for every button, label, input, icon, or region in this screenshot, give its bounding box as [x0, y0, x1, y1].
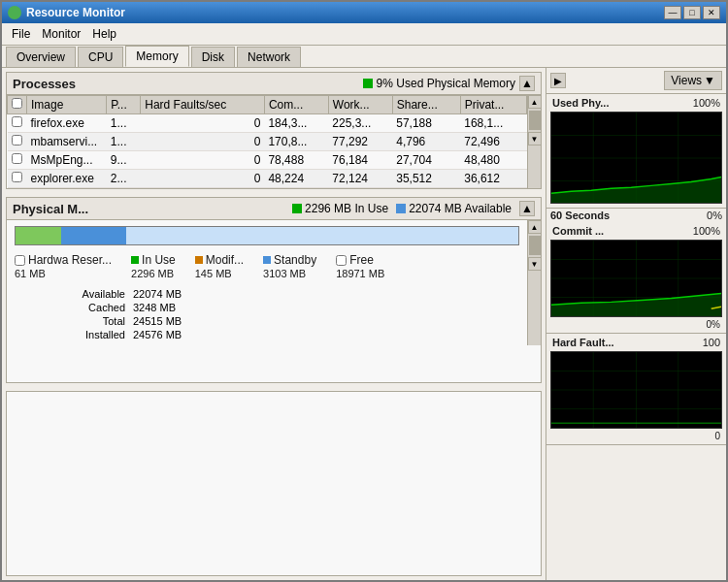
scroll-down-arrow[interactable]: ▼: [528, 132, 542, 146]
processes-wrapper: Image P... Hard Faults/sec Com... Work..…: [7, 95, 541, 188]
col-private[interactable]: Privat...: [460, 96, 526, 114]
row-image: explorer.exe: [27, 170, 107, 188]
tab-memory[interactable]: Memory: [125, 46, 188, 67]
minimize-button[interactable]: —: [664, 6, 681, 19]
window-controls: — □ ✕: [664, 6, 720, 19]
tab-bar: Overview CPU Memory Disk Network: [2, 46, 726, 68]
bottom-empty-section: [6, 391, 542, 577]
row-checkbox[interactable]: [12, 135, 22, 146]
processes-table: Image P... Hard Faults/sec Com... Work..…: [7, 95, 527, 188]
hardware-checkbox[interactable]: [15, 255, 25, 266]
views-button[interactable]: Views ▼: [664, 71, 722, 90]
row-checkbox[interactable]: [12, 172, 22, 182]
in-use-badge: 2296 MB In Use: [292, 202, 388, 215]
physical-memory-section: Physical M... 2296 MB In Use 22074 MB Av…: [6, 197, 542, 383]
standby-value: 3103 MB: [263, 268, 316, 279]
hard-fault-value: 100: [703, 337, 720, 348]
col-working[interactable]: Work...: [328, 96, 392, 114]
row-commit: 48,224: [264, 170, 328, 188]
table-row[interactable]: MsMpEng... 9... 0 78,488 76,184 27,704 4…: [8, 151, 527, 170]
hardware-reserved-value: 61 MB: [15, 268, 112, 279]
row-hard-faults: 0: [141, 114, 265, 133]
in-use-color: [131, 256, 139, 264]
available-detail-value: 22074 MB: [133, 287, 189, 301]
table-row[interactable]: mbamservi... 1... 0 170,8... 77,292 4,79…: [8, 133, 527, 151]
row-private: 48,480: [460, 151, 526, 170]
hard-fault-canvas: [550, 351, 722, 429]
memory-details: Available 22074 MB Cached 3248 MB Total …: [7, 283, 527, 345]
tab-disk[interactable]: Disk: [191, 47, 235, 67]
processes-collapse[interactable]: ▲: [519, 76, 535, 91]
commit-bottom-value: 0%: [548, 319, 724, 331]
memory-collapse[interactable]: ▲: [519, 201, 535, 216]
row-checkbox[interactable]: [12, 116, 22, 127]
col-commit[interactable]: Com...: [264, 96, 328, 114]
memory-stats: Hardwa Reser... 61 MB In Use 2296 MB: [7, 249, 527, 283]
processes-info: 9% Used Physical Memory ▲: [363, 76, 535, 91]
resource-monitor-window: Resource Monitor — □ ✕ File Monitor Help…: [0, 0, 728, 582]
mem-scroll-up[interactable]: ▲: [528, 220, 542, 234]
col-hard-faults[interactable]: Hard Faults/sec: [141, 96, 265, 114]
col-pid[interactable]: P...: [107, 96, 141, 114]
detail-row-installed: Installed 24576 MB: [65, 328, 189, 341]
main-content: Processes 9% Used Physical Memory ▲: [2, 68, 726, 580]
mem-col-hardware: Hardwa Reser... 61 MB: [15, 253, 112, 279]
col-image[interactable]: Image: [27, 96, 107, 114]
detail-row-cached: Cached 3248 MB: [65, 301, 189, 314]
select-all-checkbox[interactable]: [12, 98, 22, 109]
modified-value: 145 MB: [195, 268, 244, 279]
processes-title: Processes: [13, 77, 76, 91]
scroll-thumb[interactable]: [529, 111, 541, 130]
col-shareable[interactable]: Share...: [392, 96, 460, 114]
free-checkbox[interactable]: [336, 255, 347, 266]
tab-network[interactable]: Network: [237, 47, 301, 67]
row-private: 72,496: [460, 133, 526, 151]
memory-bar: [15, 226, 519, 245]
row-pid: 2...: [107, 170, 141, 188]
hard-fault-bottom-value: 0: [548, 431, 724, 442]
hardware-reserved-label: Hardwa Reser...: [15, 253, 112, 267]
maximize-button[interactable]: □: [683, 6, 701, 19]
row-pid: 1...: [107, 114, 141, 133]
standby-label: Standby: [263, 253, 316, 267]
menu-help[interactable]: Help: [86, 25, 122, 43]
total-detail-label: Total: [65, 314, 133, 328]
used-physical-label-row: Used Phy... 100%: [548, 96, 724, 110]
tab-cpu[interactable]: CPU: [78, 47, 123, 67]
commit-value: 100%: [693, 225, 720, 237]
commit-label: Commit ...: [552, 225, 604, 237]
row-hard-faults: 0: [141, 170, 265, 188]
hard-fault-svg: [551, 352, 721, 428]
menu-bar: File Monitor Help: [2, 23, 726, 46]
row-working: 77,292: [328, 133, 392, 151]
row-checkbox-cell: [8, 133, 27, 151]
processes-header: Processes 9% Used Physical Memory ▲: [7, 73, 541, 95]
mem-col-inuse: In Use 2296 MB: [131, 253, 176, 279]
in-use-indicator: [292, 204, 302, 213]
mem-col-modified: Modif... 145 MB: [195, 253, 244, 279]
row-checkbox[interactable]: [12, 153, 22, 164]
row-commit: 184,3...: [264, 114, 328, 133]
scroll-up-arrow[interactable]: ▲: [528, 95, 542, 109]
row-shareable: 27,704: [392, 151, 460, 170]
close-button[interactable]: ✕: [703, 6, 720, 19]
table-row[interactable]: explorer.exe 2... 0 48,224 72,124 35,512…: [8, 170, 527, 188]
window-title: Resource Monitor: [26, 6, 125, 19]
tab-overview[interactable]: Overview: [6, 47, 76, 67]
menu-monitor[interactable]: Monitor: [36, 25, 86, 43]
row-image: firefox.exe: [27, 114, 107, 133]
mem-scroll-down[interactable]: ▼: [528, 257, 542, 271]
menu-file[interactable]: File: [6, 25, 36, 43]
table-row[interactable]: firefox.exe 1... 0 184,3... 225,3... 57,…: [8, 114, 527, 133]
used-physical-chart-section: Used Phy... 100%: [546, 94, 726, 209]
commit-canvas: [550, 240, 722, 317]
detail-row-total: Total 24515 MB: [65, 314, 189, 328]
app-icon: [8, 6, 21, 19]
cached-detail-value: 3248 MB: [133, 301, 189, 314]
row-shareable: 4,796: [392, 133, 460, 151]
right-panel-arrow[interactable]: ▶: [550, 73, 566, 88]
physical-memory-title: Physical M...: [13, 202, 88, 216]
mem-scroll-thumb[interactable]: [529, 236, 541, 255]
memory-bar-blue: [61, 227, 126, 244]
row-working: 76,184: [328, 151, 392, 170]
